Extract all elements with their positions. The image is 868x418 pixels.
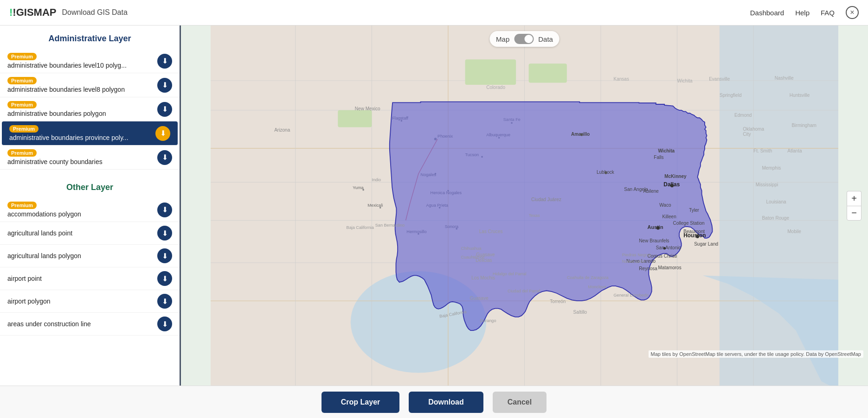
svg-text:Killeen: Killeen (662, 214, 676, 219)
other-section-title: Other Layer (0, 174, 180, 198)
layer-name: accommodations polygon (7, 210, 157, 218)
svg-text:Waco: Waco (659, 203, 671, 208)
svg-text:Coahuila de Zaragoza: Coahuila de Zaragoza (567, 275, 609, 280)
svg-text:Chihuahua: Chihuahua (461, 246, 482, 251)
svg-point-69 (663, 247, 665, 249)
premium-badge: Premium (9, 125, 39, 133)
svg-text:Ciudad del Parral: Ciudad del Parral (508, 289, 540, 293)
layer-name: administrative county boundaries (7, 158, 157, 165)
cancel-button[interactable]: Cancel (493, 392, 547, 413)
layer-name: areas under construction line (7, 320, 157, 328)
layer-item-left: agricultural lands polygon (7, 252, 157, 260)
svg-text:Houston: Houston (683, 232, 706, 239)
svg-text:Nuevo León: Nuevo León (622, 259, 645, 264)
svg-text:Arizona: Arizona (274, 127, 290, 133)
svg-text:College Station: College Station (673, 221, 704, 226)
admin-layer-item[interactable]: Premium administrative boundaries polygo… (0, 97, 180, 121)
svg-text:Guasave: Guasave (470, 296, 489, 301)
layer-item-left: airport polygon (7, 298, 157, 305)
svg-text:Nashville: Nashville (775, 76, 794, 81)
nav-dashboard[interactable]: Dashboard (750, 9, 784, 17)
svg-text:Evansville: Evansville (709, 76, 730, 82)
premium-badge: Premium (7, 77, 37, 84)
svg-text:Yuma: Yuma (353, 185, 364, 190)
data-label: Data (538, 35, 553, 43)
svg-text:Amarillo: Amarillo (571, 132, 590, 137)
svg-text:San Antonio: San Antonio (656, 245, 682, 250)
svg-text:Memphis: Memphis (762, 165, 781, 171)
svg-text:Louisiana: Louisiana (766, 199, 786, 204)
svg-text:Wichita: Wichita (677, 78, 693, 83)
toggle-switch[interactable] (514, 34, 534, 44)
svg-text:Mobile: Mobile (787, 229, 801, 234)
other-layers-container: Premium accommodations polygon ⬇ agricul… (0, 198, 180, 336)
nav-faq[interactable]: FAQ (821, 9, 835, 17)
svg-text:Kansas: Kansas (613, 76, 629, 82)
download-icon[interactable]: ⬇ (155, 126, 170, 141)
download-icon[interactable]: ⬇ (157, 150, 172, 165)
svg-text:Oklahoma: Oklahoma (743, 127, 764, 132)
svg-text:Tyler: Tyler (689, 208, 699, 213)
other-layer-item[interactable]: airport polygon ⬇ (0, 290, 180, 313)
svg-text:Monclova: Monclova (588, 285, 607, 289)
layer-name: airport point (7, 275, 157, 282)
header: !!GISMAP Download GIS Data Dashboard Hel… (0, 0, 868, 25)
layer-item-left: Premium accommodations polygon (7, 202, 157, 218)
svg-text:San Bernardino: San Bernardino (375, 223, 405, 228)
admin-layer-item[interactable]: Premium administrative boundaries provin… (2, 121, 178, 146)
crop-layer-button[interactable]: Crop Layer (321, 392, 399, 413)
svg-text:Baja California: Baja California (347, 225, 374, 230)
svg-text:Huntsville: Huntsville (790, 93, 810, 98)
layer-name: agricultural lands polygon (7, 252, 157, 260)
other-layer-item[interactable]: agricultural lands point ⬇ (0, 222, 180, 245)
download-icon[interactable]: ⬇ (157, 294, 172, 309)
other-section: Other Layer Premium accommodations polyg… (0, 174, 180, 336)
svg-text:Durango: Durango (480, 318, 496, 323)
bottom-bar: Crop Layer Download Cancel (0, 386, 868, 418)
layer-item-left: areas under construction line (7, 320, 157, 328)
zoom-controls: + − (847, 191, 862, 221)
download-icon[interactable]: ⬇ (157, 203, 172, 217)
download-icon[interactable]: ⬇ (157, 317, 172, 331)
download-icon[interactable]: ⬇ (157, 226, 172, 241)
map-container: Arizona New Mexico Colorado Kansas Wichi… (181, 25, 868, 386)
svg-text:Corpus Christi: Corpus Christi (648, 253, 677, 259)
download-icon[interactable]: ⬇ (157, 78, 172, 93)
other-layer-item[interactable]: airport point ⬇ (0, 267, 180, 290)
map-label: Map (496, 35, 509, 43)
admin-layer-item[interactable]: Premium administrative boundaries level1… (0, 49, 180, 73)
svg-text:Indio: Indio (372, 177, 381, 182)
close-button[interactable]: × (846, 6, 859, 19)
admin-layer-item[interactable]: Premium administrative county boundaries… (0, 146, 180, 170)
svg-text:Baton Rouge: Baton Rouge (762, 215, 789, 221)
zoom-out-button[interactable]: − (847, 206, 862, 221)
svg-text:Piedras Negras: Piedras Negras (622, 253, 651, 257)
svg-text:Springfield: Springfield (720, 93, 741, 98)
premium-badge: Premium (7, 202, 37, 209)
layer-item-left: Premium administrative boundaries polygo… (7, 101, 157, 117)
toggle-knob (524, 35, 533, 43)
svg-text:San Angelo: San Angelo (624, 187, 648, 192)
layer-name: agricultural lands point (7, 229, 157, 237)
svg-text:Las Cruces: Las Cruces (479, 229, 503, 234)
svg-text:Torreón: Torreón (550, 299, 566, 304)
svg-point-71 (696, 235, 699, 238)
layer-name: administrative boundaries polygon (7, 110, 157, 117)
other-layer-item[interactable]: Premium accommodations polygon ⬇ (0, 198, 180, 222)
other-layer-item[interactable]: areas under construction line ⬇ (0, 313, 180, 336)
admin-layer-item[interactable]: Premium administrative boundaries level8… (0, 73, 180, 97)
download-icon[interactable]: ⬇ (157, 271, 172, 286)
svg-text:New Mexico: New Mexico (355, 106, 380, 111)
nav-help[interactable]: Help (795, 9, 810, 17)
svg-text:Cuauhtémoc: Cuauhtémoc (461, 255, 485, 260)
zoom-in-button[interactable]: + (847, 191, 862, 206)
other-layer-item[interactable]: agricultural lands polygon ⬇ (0, 245, 180, 267)
svg-text:Birmingham: Birmingham (791, 123, 817, 128)
download-button[interactable]: Download (409, 392, 483, 413)
download-icon[interactable]: ⬇ (157, 102, 172, 117)
layer-name: administrative boundaries province poly.… (9, 134, 155, 141)
download-icon[interactable]: ⬇ (157, 54, 172, 69)
premium-badge: Premium (7, 53, 37, 60)
map-svg: Arizona New Mexico Colorado Kansas Wichi… (181, 25, 868, 386)
download-icon[interactable]: ⬇ (157, 248, 172, 263)
